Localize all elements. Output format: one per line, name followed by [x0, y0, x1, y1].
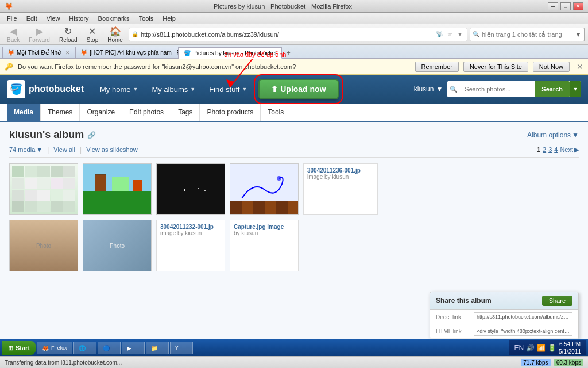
pagination: 1 2 3 4 Next ▶ [537, 146, 579, 154]
image-thumb-6[interactable]: Photo [83, 220, 152, 271]
photobucket-navbar: 🪣 photobucket My home ▼ My albums ▼ Find… [0, 75, 588, 103]
subnav-themes[interactable]: Themes [41, 103, 80, 121]
share-button[interactable]: Share [542, 296, 572, 306]
never-for-this-site-button[interactable]: Never for This Site [463, 62, 528, 72]
image-thumb-5[interactable]: Photo [9, 220, 78, 271]
sub-navbar: Media Themes Organize Edit photos Tags P… [0, 103, 588, 122]
image-thumb-8[interactable]: Capture.jpg image by kiusun [230, 220, 299, 271]
page-1[interactable]: 1 [537, 146, 540, 153]
address-bar-container: 🔒 📡 ☆ ▼ [129, 28, 467, 41]
page-2[interactable]: 2 [543, 146, 546, 153]
stop-button[interactable]: ✕ Stop [83, 25, 102, 44]
start-button[interactable]: ⊞ Start [2, 341, 36, 355]
menu-history[interactable]: History [64, 14, 93, 23]
album-link-icon[interactable]: 🔗 [87, 131, 96, 139]
taskbar-item-media[interactable]: ▶ [122, 342, 145, 354]
back-button[interactable]: ◀ Back [3, 25, 23, 44]
taskbar-item-yahoo[interactable]: Y [170, 342, 193, 354]
password-bar-text: Do you want Firefox to remember the pass… [18, 63, 411, 70]
upload-now-button[interactable]: ⬆ Upload now [258, 79, 338, 99]
window-controls: ─ □ ✕ [548, 2, 583, 10]
taskbar-item-ie[interactable]: 🔵 [98, 342, 121, 354]
browser-search-button[interactable]: ▼ [575, 30, 582, 39]
taskbar-item-folder[interactable]: 📁 [146, 342, 169, 354]
album-options[interactable]: Album options ▼ [527, 131, 579, 139]
tab-0-close[interactable]: ✕ [65, 50, 70, 56]
menu-file[interactable]: File [2, 14, 22, 23]
remember-button[interactable]: Remember [415, 62, 459, 72]
tabsbar: 🦊 Một Thời Để Nhớ ✕ 🦊 [HOT PIC] A4 khu v… [0, 45, 588, 59]
titlebar: 🦊 Pictures by kiusun - Photobucket - Moz… [0, 0, 588, 13]
subnav-media[interactable]: Media [7, 103, 41, 121]
menu-edit[interactable]: Edit [22, 14, 42, 23]
svg-rect-3 [230, 201, 242, 215]
page-next-link[interactable]: Next ▶ [560, 146, 579, 154]
dropdown-icon[interactable]: ▼ [455, 30, 465, 39]
toolbar-sep-1: | [47, 145, 49, 154]
star-icon[interactable]: ☆ [445, 30, 454, 39]
tab-2-close[interactable]: ✕ [281, 50, 282, 56]
image-thumb-1[interactable] [83, 163, 152, 215]
share-panel-header: Share this album Share [430, 292, 578, 310]
win-taskbar: ⊞ Start 🦊 Firefox 🌐 🔵 ▶ 📁 Y EN 🔊 📶 🔋 6:5… [0, 339, 588, 356]
subnav-tags[interactable]: Tags [171, 103, 200, 121]
tab-1[interactable]: 🦊 [HOT PIC] A4 khu vực phía nam - P... ✕ [75, 47, 179, 58]
search-dropdown-button[interactable]: ▼ [570, 81, 581, 97]
tab-2[interactable]: 🪣 Pictures by kiusun - Photobucket ✕ [179, 47, 282, 59]
menu-tools[interactable]: Tools [134, 14, 158, 23]
view-all-link[interactable]: View all [53, 146, 75, 153]
windows-icon: ⊞ [8, 344, 13, 352]
taskbar-item-chrome[interactable]: 🌐 [74, 342, 96, 354]
image-4-title: 30042011236-001.jp [307, 167, 374, 174]
address-input[interactable] [141, 31, 435, 38]
menu-bookmarks[interactable]: Bookmarks [94, 14, 134, 23]
direct-link-label: Direct link [436, 314, 470, 320]
restore-button[interactable]: □ [560, 2, 571, 10]
pb-search-input[interactable] [460, 86, 535, 93]
pb-nav-findstuff[interactable]: Find stuff ▼ [202, 75, 254, 103]
new-tab-button[interactable]: + [283, 48, 293, 58]
subnav-editphotos[interactable]: Edit photos [122, 103, 171, 121]
image-thumb-2[interactable] [156, 163, 225, 215]
subnav-photoproducts[interactable]: Photo products [200, 103, 261, 121]
image-thumb-7[interactable]: 30042011232-001.jp image by kiusun [156, 220, 225, 271]
rss-icon[interactable]: 📡 [435, 30, 444, 39]
close-button[interactable]: ✕ [573, 2, 583, 10]
svg-rect-7 [276, 201, 288, 215]
taskbar-item-firefox[interactable]: 🦊 Firefox [37, 342, 72, 354]
image-thumb-0[interactable] [9, 163, 78, 215]
html-link-input[interactable] [474, 327, 572, 336]
media-count-button[interactable]: 74 media ▼ [9, 146, 42, 153]
svg-rect-8 [288, 201, 299, 215]
subnav-tools[interactable]: Tools [261, 103, 291, 121]
pb-search-button[interactable]: Search [535, 81, 570, 97]
slideshow-link[interactable]: View as slideshow [86, 146, 138, 153]
reload-button[interactable]: ↻ Reload [56, 25, 81, 44]
pb-nav-myhome[interactable]: My home ▼ [93, 75, 145, 103]
subnav-organize[interactable]: Organize [80, 103, 122, 121]
forward-button[interactable]: ▶ Forward [25, 25, 53, 44]
password-bar-close[interactable]: ✕ [577, 62, 583, 71]
home-button[interactable]: 🏠 Home [104, 25, 126, 44]
minimize-button[interactable]: ─ [548, 2, 558, 10]
not-now-button[interactable]: Not Now [533, 62, 570, 72]
share-panel: Share this album Share Direct link HTML … [430, 292, 579, 339]
page-4[interactable]: 4 [554, 146, 558, 153]
tab-0[interactable]: 🦊 Một Thời Để Nhớ ✕ [2, 47, 75, 58]
pb-nav-myalbums[interactable]: My albums ▼ [145, 75, 202, 103]
menu-help[interactable]: Help [158, 14, 180, 23]
browser-search-input[interactable] [482, 31, 575, 38]
direct-link-input[interactable] [474, 312, 572, 321]
page-3[interactable]: 3 [548, 146, 552, 153]
system-tray: EN 🔊 📶 🔋 6:54 PM 5/1/2011 [509, 340, 586, 355]
toolbar-sep-2: | [80, 145, 82, 154]
pb-user[interactable]: kiusun ▼ [414, 85, 443, 93]
speed-2: 60.3 kbps [554, 359, 583, 366]
image-4-sub: image by kiusun [307, 174, 374, 180]
tray-lang[interactable]: EN [514, 344, 524, 352]
image-thumb-4[interactable]: 30042011236-001.jp image by kiusun [303, 163, 378, 215]
menu-view[interactable]: View [42, 14, 65, 23]
tab-0-label: Một Thời Để Nhớ [17, 49, 61, 56]
image-thumb-3[interactable] [230, 163, 299, 215]
ie-icon: 🔵 [103, 345, 110, 351]
